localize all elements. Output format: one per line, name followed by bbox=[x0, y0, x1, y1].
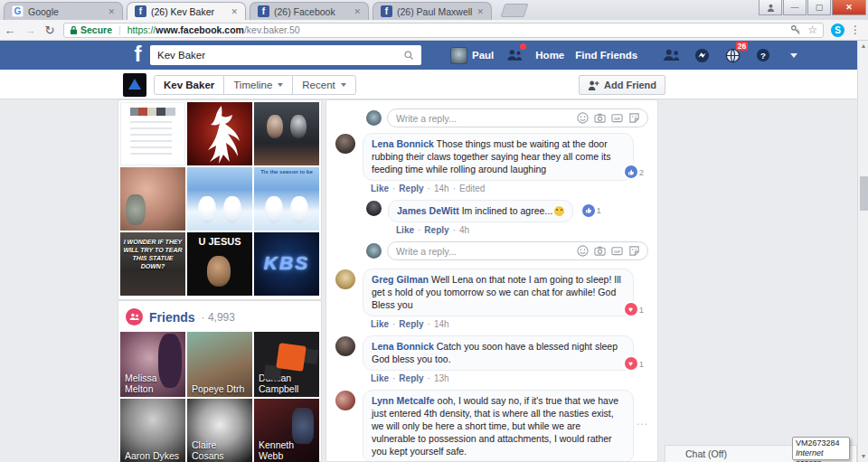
avatar[interactable] bbox=[335, 391, 355, 410]
tab-close-icon[interactable]: ✕ bbox=[352, 7, 363, 16]
reaction-badge[interactable]: 1 bbox=[581, 203, 604, 218]
secure-indicator[interactable]: Secure bbox=[70, 24, 112, 35]
camera-icon[interactable] bbox=[594, 245, 606, 257]
friend-tile[interactable]: Aaron Dykes bbox=[120, 399, 185, 462]
comment-author-link[interactable]: Lynn Metcalfe bbox=[372, 395, 435, 406]
friends-icon[interactable] bbox=[661, 45, 681, 65]
camera-icon[interactable] bbox=[594, 112, 606, 124]
tab-close-icon[interactable]: ✕ bbox=[106, 7, 117, 16]
photo-christmas-snowmen-2[interactable]: Tis the season to be bbox=[254, 167, 319, 231]
friend-name[interactable]: Melissa Melton bbox=[125, 372, 183, 394]
friend-requests-icon[interactable] bbox=[505, 45, 524, 65]
sticker-icon[interactable] bbox=[628, 245, 640, 257]
friend-tile[interactable]: Duncan Campbell bbox=[254, 332, 319, 397]
home-link[interactable]: Home bbox=[535, 50, 564, 61]
emoji-icon[interactable] bbox=[577, 245, 589, 257]
skype-extension-icon[interactable]: S bbox=[831, 24, 844, 37]
friend-name[interactable]: Duncan Campbell bbox=[259, 372, 316, 394]
friend-name[interactable]: Popeye Dtrh bbox=[192, 383, 250, 394]
search-icon[interactable] bbox=[403, 50, 414, 61]
reply-input-pill[interactable]: GIF bbox=[387, 241, 648, 260]
comment-author-link[interactable]: Lena Bonnick bbox=[372, 138, 434, 149]
reaction-badge[interactable]: ♥ 1 bbox=[624, 302, 646, 316]
address-bar[interactable]: Secure | https://www.facebook.com/kev.ba… bbox=[63, 23, 824, 38]
avatar[interactable] bbox=[335, 336, 355, 356]
comment-author-link[interactable]: Greg Gilman bbox=[372, 274, 429, 285]
photo-statue-meme[interactable]: I WONDER IF THEY WILL TRY TO TEAR THIS S… bbox=[120, 232, 185, 296]
photo-jesus-image[interactable]: U JESUS bbox=[187, 232, 252, 296]
profile-shortcut[interactable]: Paul bbox=[450, 47, 494, 64]
like-link[interactable]: Like bbox=[371, 319, 389, 329]
scrollbar-thumb[interactable] bbox=[860, 176, 868, 211]
timeline-dropdown[interactable]: Timeline bbox=[223, 76, 292, 94]
friend-tile[interactable]: Melissa Melton bbox=[120, 332, 185, 397]
photo-kbs-logo[interactable]: KBS bbox=[254, 232, 319, 296]
friend-tile[interactable]: Kenneth Webb bbox=[254, 399, 319, 462]
like-link[interactable]: Like bbox=[396, 225, 414, 235]
maximize-button[interactable]: ▢ bbox=[807, 0, 831, 15]
reload-button[interactable]: ↻ bbox=[40, 24, 60, 37]
photo-christmas-snowmen[interactable] bbox=[187, 167, 252, 231]
reaction-badge[interactable]: ♥ 1 bbox=[624, 356, 646, 371]
browser-menu-icon[interactable]: ⋮ bbox=[850, 24, 861, 36]
messenger-icon[interactable] bbox=[692, 45, 712, 65]
friend-tile[interactable]: Claire Cosans bbox=[187, 399, 252, 462]
reply-input[interactable] bbox=[396, 113, 588, 124]
gif-icon[interactable]: GIF bbox=[611, 245, 623, 257]
forward-button[interactable]: → bbox=[20, 24, 40, 37]
reply-link[interactable]: Reply bbox=[414, 225, 449, 235]
recent-dropdown[interactable]: Recent bbox=[292, 76, 354, 94]
profile-avatar-thumbnail[interactable] bbox=[123, 73, 146, 97]
find-friends-link[interactable]: Find Friends bbox=[575, 50, 637, 61]
tab-kev-baker[interactable]: f (26) Kev Baker ✕ bbox=[127, 2, 246, 20]
photo-selfie[interactable] bbox=[120, 167, 185, 231]
photo-red-bird-artwork[interactable] bbox=[187, 102, 252, 165]
scroll-down-arrow[interactable]: ▼ bbox=[858, 451, 868, 462]
comment-author-link[interactable]: Lena Bonnick bbox=[372, 341, 434, 352]
profile-window-button[interactable] bbox=[759, 0, 782, 15]
reaction-badge[interactable]: 2 bbox=[624, 165, 646, 179]
friend-name[interactable]: Aaron Dykes bbox=[125, 450, 183, 461]
reply-input[interactable] bbox=[396, 246, 588, 257]
avatar[interactable] bbox=[366, 243, 382, 259]
friends-title-link[interactable]: Friends bbox=[149, 310, 195, 325]
tab-paul-maxwell[interactable]: f (26) Paul Maxwell ✕ bbox=[373, 2, 492, 20]
facebook-search-bar[interactable]: Kev Baker bbox=[150, 45, 421, 65]
close-button[interactable]: ✕ bbox=[832, 0, 866, 15]
tab-close-icon[interactable]: ✕ bbox=[229, 7, 240, 16]
scroll-up-arrow[interactable]: ▲ bbox=[858, 41, 868, 52]
profile-name-tab[interactable]: Kev Baker bbox=[155, 76, 223, 94]
avatar[interactable] bbox=[366, 201, 382, 216]
reply-input-pill[interactable]: GIF bbox=[387, 108, 648, 127]
account-menu-caret-icon[interactable] bbox=[784, 45, 804, 65]
minimize-button[interactable]: — bbox=[783, 0, 807, 15]
friend-tile[interactable]: Popeye Dtrh bbox=[187, 332, 252, 397]
help-icon[interactable]: ? bbox=[753, 45, 773, 65]
tab-close-icon[interactable]: ✕ bbox=[475, 7, 486, 16]
reply-link[interactable]: Reply bbox=[389, 184, 424, 193]
new-tab-button[interactable] bbox=[501, 4, 529, 17]
reply-link[interactable]: Reply bbox=[389, 373, 424, 383]
emoji-icon[interactable] bbox=[577, 112, 589, 124]
facebook-logo[interactable]: f bbox=[127, 43, 149, 66]
page-scrollbar[interactable]: ▲ ▼ bbox=[857, 41, 868, 462]
friend-name[interactable]: Kenneth Webb bbox=[259, 439, 316, 461]
bookmark-star-icon[interactable]: ☆ bbox=[807, 24, 817, 36]
gif-icon[interactable]: GIF bbox=[611, 112, 623, 124]
photo-interview-video[interactable] bbox=[254, 102, 319, 165]
notifications-globe-icon[interactable]: 26 bbox=[722, 45, 742, 65]
photo-facebook-page-screenshot[interactable] bbox=[120, 102, 185, 165]
avatar[interactable] bbox=[335, 269, 355, 289]
more-options-icon[interactable]: ... bbox=[637, 415, 648, 428]
like-link[interactable]: Like bbox=[371, 373, 389, 383]
comment-author-link[interactable]: James DeWitt bbox=[397, 205, 459, 216]
back-button[interactable]: ← bbox=[0, 24, 20, 37]
key-icon[interactable] bbox=[790, 24, 801, 35]
search-input[interactable]: Kev Baker bbox=[157, 50, 403, 61]
friend-name[interactable]: Claire Cosans bbox=[192, 439, 250, 461]
avatar[interactable] bbox=[335, 134, 355, 154]
like-link[interactable]: Like bbox=[371, 184, 389, 193]
reply-link[interactable]: Reply bbox=[389, 319, 424, 329]
sticker-icon[interactable] bbox=[628, 112, 640, 124]
tab-facebook[interactable]: f (26) Facebook ✕ bbox=[250, 2, 369, 20]
